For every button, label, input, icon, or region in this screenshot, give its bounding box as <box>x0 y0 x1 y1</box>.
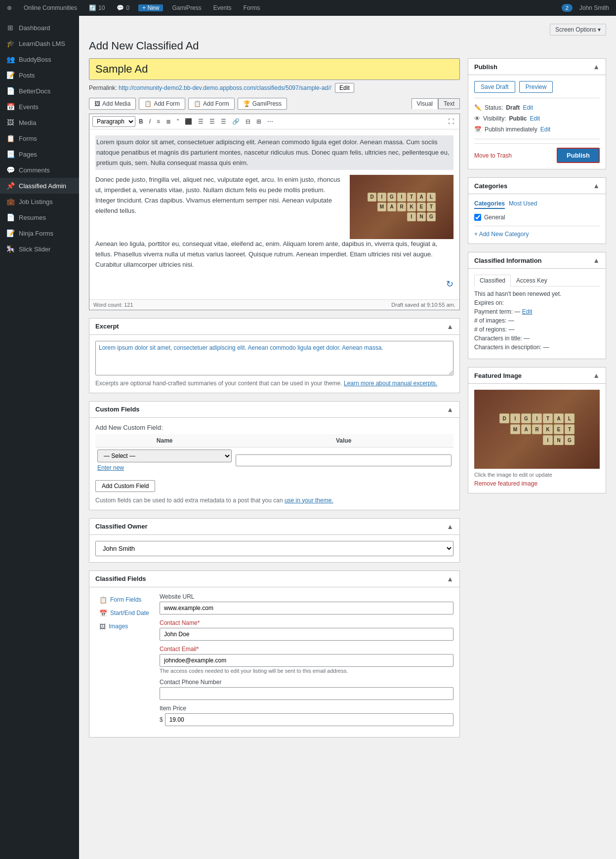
sidebar-item-ninja-forms[interactable]: 📝 Ninja Forms <box>0 225 79 241</box>
sidebar-item-forms[interactable]: 📋 Forms <box>0 130 79 146</box>
permalink-edit-button[interactable]: Edit <box>335 83 354 93</box>
categories-tab[interactable]: Categories <box>474 200 505 209</box>
sidebar-item-buddyboss[interactable]: 👥 BuddyBoss <box>0 51 79 67</box>
align-justify-btn[interactable]: ☰ <box>218 117 229 126</box>
contact-email-input[interactable] <box>160 654 453 667</box>
sidebar-item-classified-admin[interactable]: 📌 Classified Admin <box>0 178 79 194</box>
item-price-input[interactable] <box>165 713 453 726</box>
add-category-link[interactable]: + Add New Category <box>474 231 529 238</box>
cf-value-col: Value <box>234 434 453 448</box>
publish-timing-edit-link[interactable]: Edit <box>540 126 551 133</box>
align-right-btn[interactable]: ☰ <box>207 117 217 126</box>
user-badge: 2 <box>562 4 573 12</box>
site-icon[interactable]: ⊕ <box>4 4 15 11</box>
classified-fields-title: Classified Fields <box>95 575 146 582</box>
refresh-icon[interactable]: ↻ <box>446 279 453 289</box>
forms-link[interactable]: Forms <box>240 4 263 11</box>
gamipress-link[interactable]: GamiPress <box>169 4 204 11</box>
more-btn[interactable]: ⋯ <box>265 117 276 126</box>
sidebar-item-pages[interactable]: 📃 Pages <box>0 146 79 162</box>
move-to-trash-button[interactable]: Move to Trash <box>474 152 512 159</box>
sidebar-item-slick-slider[interactable]: 🎠 Slick Slider <box>0 241 79 257</box>
events-link[interactable]: Events <box>210 4 235 11</box>
italic-btn[interactable]: I <box>147 117 153 126</box>
classified-owner-header[interactable]: Classified Owner ▲ <box>89 519 459 535</box>
editor-content[interactable]: Lorem ipsum dolor sit amet, consectetuer… <box>89 129 459 299</box>
website-url-input[interactable] <box>160 602 453 614</box>
link-btn[interactable]: 🔗 <box>230 117 242 126</box>
cf-note-link[interactable]: use in your theme. <box>285 497 333 504</box>
add-custom-field-button[interactable]: Add Custom Field <box>95 480 155 492</box>
excerpt-textarea[interactable]: Lorem ipsum dolor sit amet, consectetuer… <box>95 341 453 375</box>
blockquote-btn[interactable]: " <box>174 117 181 126</box>
excerpt-learn-more[interactable]: Learn more about manual excerpts. <box>344 380 437 387</box>
contact-name-input[interactable] <box>160 628 453 641</box>
preview-button[interactable]: Preview <box>519 81 553 93</box>
classified-tab[interactable]: Classified <box>474 275 511 286</box>
featured-image-header[interactable]: Featured Image ▲ <box>468 368 606 384</box>
general-checkbox[interactable] <box>474 214 481 221</box>
fullscreen-btn[interactable]: ⛶ <box>446 117 456 126</box>
sidebar-item-job-listings[interactable]: 💼 Job Listings <box>0 194 79 209</box>
paragraph-select[interactable]: Paragraph <box>92 116 135 127</box>
text-tab[interactable]: Text <box>438 98 460 109</box>
startend-date-nav-item[interactable]: 📅 Start/End Date <box>95 607 155 620</box>
ul-btn[interactable]: ≡ <box>154 117 163 126</box>
publish-header[interactable]: Publish ▲ <box>468 59 606 75</box>
publish-button[interactable]: Publish <box>557 148 600 163</box>
expires-on: Expires on: <box>474 299 600 306</box>
classified-info-header[interactable]: Classified Information ▲ <box>468 252 606 269</box>
cf-enter-new-link[interactable]: Enter new <box>97 464 232 471</box>
classified-fields-header[interactable]: Classified Fields ▲ <box>89 571 459 587</box>
status-edit-link[interactable]: Edit <box>523 104 533 111</box>
most-used-tab[interactable]: Most Used <box>509 200 537 209</box>
editor-sidebar: Publish ▲ Save Draft Preview ✏️ Status: … <box>468 58 606 745</box>
contact-phone-input[interactable] <box>160 687 453 700</box>
gamipress-button[interactable]: 🏆 GamiPress <box>238 98 287 110</box>
user-name[interactable]: John Smith <box>576 4 612 11</box>
comments-icon: 💬 <box>6 166 15 174</box>
ol-btn[interactable]: ≣ <box>164 117 173 126</box>
align-center-btn[interactable]: ☰ <box>196 117 206 126</box>
custom-fields-header[interactable]: Custom Fields ▲ <box>89 402 459 418</box>
sidebar-item-events[interactable]: 📅 Events <box>0 99 79 115</box>
access-key-tab[interactable]: Access Key <box>511 275 553 286</box>
categories-header[interactable]: Categories ▲ <box>468 178 606 194</box>
bold-btn[interactable]: B <box>136 117 146 126</box>
new-button[interactable]: + New <box>138 4 163 11</box>
categories-body: Categories Most Used General + Add New C… <box>468 194 606 244</box>
classified-owner-select[interactable]: John Smith <box>95 541 453 556</box>
sidebar-item-posts[interactable]: 📝 Posts <box>0 67 79 83</box>
site-name[interactable]: Online Communities <box>21 4 80 11</box>
sidebar-item-dashboard[interactable]: ⊞ Dashboard <box>0 20 79 36</box>
excerpt-header[interactable]: Excerpt ▲ <box>89 319 459 335</box>
add-form-button[interactable]: 📋 Add Form <box>139 98 185 110</box>
sidebar-item-comments[interactable]: 💬 Comments <box>0 162 79 178</box>
cf-select[interactable]: — Select — <box>97 450 232 462</box>
table-btn[interactable]: ⊞ <box>254 117 264 126</box>
cf-value-input[interactable] <box>236 454 452 466</box>
forms-icon: 📋 <box>6 134 15 142</box>
add-media-button[interactable]: 🖼 Add Media <box>89 98 136 110</box>
editor-wrapper: Paragraph B I ≡ ≣ " ⬛ ☰ ☰ ☰ 🔗 ⊟ ⊞ <box>89 114 460 310</box>
permalink-url[interactable]: http://community-demo2.bb-dev.demo.appbo… <box>119 84 331 91</box>
add-form2-button[interactable]: 📋 Add Form <box>188 98 235 110</box>
payment-edit-link[interactable]: Edit <box>522 308 533 315</box>
save-draft-button[interactable]: Save Draft <box>474 81 515 93</box>
sidebar-item-media[interactable]: 🖼 Media <box>0 115 79 130</box>
remove-featured-image-link[interactable]: Remove featured image <box>474 480 537 487</box>
sidebar-item-learndash[interactable]: 🎓 LearnDash LMS <box>0 36 79 51</box>
insert-btn[interactable]: ⊟ <box>243 117 253 126</box>
align-left-btn[interactable]: ⬛ <box>182 117 195 126</box>
images-nav-item[interactable]: 🖼 Images <box>95 620 155 633</box>
form-fields-nav-item[interactable]: 📋 Form Fields <box>95 593 155 607</box>
visual-tab[interactable]: Visual <box>411 98 438 109</box>
comments-count[interactable]: 💬0 <box>114 4 132 11</box>
featured-image-thumbnail[interactable]: D I G I T A L M A R <box>474 390 600 469</box>
visibility-edit-link[interactable]: Edit <box>530 115 540 122</box>
screen-options-button[interactable]: Screen Options ▾ <box>550 24 606 36</box>
title-input[interactable] <box>89 58 460 80</box>
sidebar-item-betterdocs[interactable]: 📄 BetterDocs <box>0 83 79 99</box>
updates-count[interactable]: 🔄10 <box>86 4 108 11</box>
sidebar-item-resumes[interactable]: 📄 Resumes <box>0 209 79 225</box>
